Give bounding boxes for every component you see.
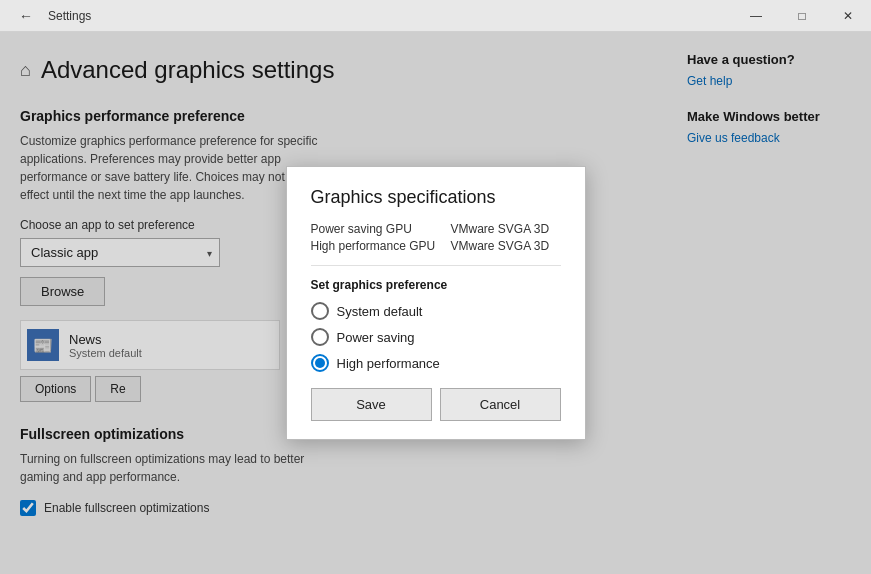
dialog-label-power: Power saving GPU [311,222,451,236]
radio-system-default[interactable]: System default [311,302,561,320]
window-controls: — □ ✕ [733,0,871,32]
dialog-value-power: VMware SVGA 3D [451,222,550,236]
back-button[interactable]: ← [12,2,40,30]
radio-high-performance[interactable]: High performance [311,354,561,372]
title-bar: ← Settings — □ ✕ [0,0,871,32]
dialog-row-power: Power saving GPU VMware SVGA 3D [311,222,561,236]
dialog-row-high: High performance GPU VMware SVGA 3D [311,239,561,253]
minimize-button[interactable]: — [733,0,779,32]
dialog-pref-title: Set graphics preference [311,278,561,292]
title-bar-title: Settings [48,9,91,23]
close-button[interactable]: ✕ [825,0,871,32]
graphics-dialog: Graphics specifications Power saving GPU… [286,166,586,440]
dialog-title: Graphics specifications [311,187,561,208]
dialog-value-high: VMware SVGA 3D [451,239,550,253]
dialog-divider [311,265,561,266]
dialog-label-high: High performance GPU [311,239,451,253]
cancel-button[interactable]: Cancel [440,388,561,421]
radio-power-saving[interactable]: Power saving [311,328,561,346]
dialog-overlay: Graphics specifications Power saving GPU… [0,32,871,574]
title-bar-left: ← Settings [12,2,91,30]
save-button[interactable]: Save [311,388,432,421]
radio-label-system: System default [337,304,423,319]
dialog-buttons: Save Cancel [311,388,561,421]
radio-circle-high [311,354,329,372]
radio-label-high: High performance [337,356,440,371]
radio-circle-system [311,302,329,320]
radio-label-power: Power saving [337,330,415,345]
radio-circle-power [311,328,329,346]
maximize-button[interactable]: □ [779,0,825,32]
